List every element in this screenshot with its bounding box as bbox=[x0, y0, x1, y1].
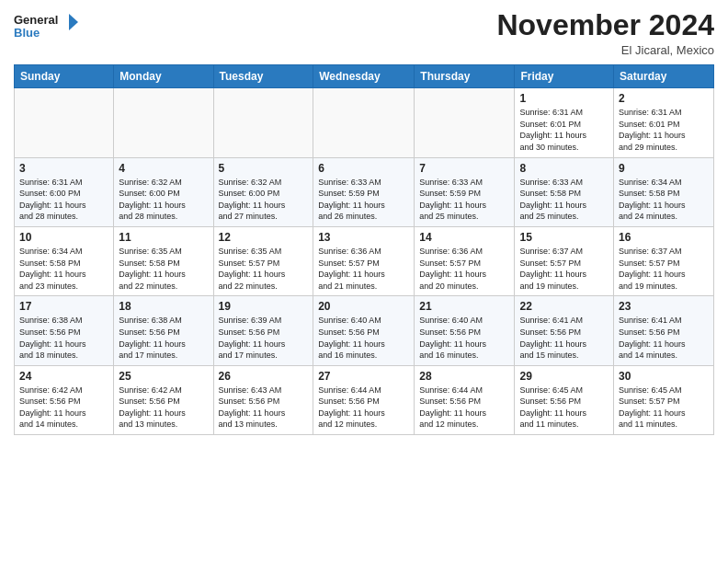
weekday-header-thursday: Thursday bbox=[415, 65, 515, 88]
calendar-cell: 30Sunrise: 6:45 AM Sunset: 5:57 PM Dayli… bbox=[614, 365, 714, 434]
header: General Blue November 2024 El Jicaral, M… bbox=[14, 9, 714, 57]
day-number: 22 bbox=[519, 300, 609, 313]
calendar-cell: 11Sunrise: 6:35 AM Sunset: 5:58 PM Dayli… bbox=[114, 226, 213, 295]
day-number: 18 bbox=[119, 300, 208, 313]
day-number: 2 bbox=[619, 92, 709, 105]
day-number: 4 bbox=[119, 162, 208, 175]
day-number: 21 bbox=[419, 300, 509, 313]
day-content: Sunrise: 6:33 AM Sunset: 5:59 PM Dayligh… bbox=[318, 177, 409, 223]
title-block: November 2024 El Jicaral, Mexico bbox=[496, 9, 714, 57]
day-content: Sunrise: 6:34 AM Sunset: 5:58 PM Dayligh… bbox=[619, 177, 709, 223]
day-content: Sunrise: 6:31 AM Sunset: 6:00 PM Dayligh… bbox=[19, 177, 108, 223]
day-content: Sunrise: 6:41 AM Sunset: 5:56 PM Dayligh… bbox=[519, 315, 609, 361]
day-content: Sunrise: 6:33 AM Sunset: 5:59 PM Dayligh… bbox=[419, 177, 509, 223]
day-number: 7 bbox=[419, 162, 509, 175]
weekday-header-wednesday: Wednesday bbox=[313, 65, 415, 88]
calendar-cell: 28Sunrise: 6:44 AM Sunset: 5:56 PM Dayli… bbox=[415, 365, 515, 434]
day-content: Sunrise: 6:42 AM Sunset: 5:56 PM Dayligh… bbox=[119, 385, 208, 431]
day-number: 10 bbox=[19, 231, 108, 244]
day-number: 15 bbox=[519, 231, 609, 244]
day-number: 17 bbox=[19, 300, 108, 313]
day-number: 26 bbox=[219, 370, 309, 383]
calendar-cell: 20Sunrise: 6:40 AM Sunset: 5:56 PM Dayli… bbox=[313, 296, 415, 365]
calendar-cell: 22Sunrise: 6:41 AM Sunset: 5:56 PM Dayli… bbox=[515, 296, 614, 365]
day-number: 27 bbox=[318, 370, 409, 383]
day-content: Sunrise: 6:41 AM Sunset: 5:56 PM Dayligh… bbox=[619, 315, 709, 361]
day-content: Sunrise: 6:39 AM Sunset: 5:56 PM Dayligh… bbox=[219, 315, 309, 361]
day-number: 13 bbox=[318, 231, 409, 244]
calendar-cell bbox=[415, 88, 515, 157]
day-content: Sunrise: 6:40 AM Sunset: 5:56 PM Dayligh… bbox=[318, 315, 409, 361]
day-number: 9 bbox=[619, 162, 709, 175]
calendar-week-row: 1Sunrise: 6:31 AM Sunset: 6:01 PM Daylig… bbox=[15, 88, 714, 157]
calendar-cell: 13Sunrise: 6:36 AM Sunset: 5:57 PM Dayli… bbox=[313, 226, 415, 295]
calendar-cell: 26Sunrise: 6:43 AM Sunset: 5:56 PM Dayli… bbox=[213, 365, 313, 434]
calendar-cell bbox=[15, 88, 114, 157]
calendar-cell: 10Sunrise: 6:34 AM Sunset: 5:58 PM Dayli… bbox=[15, 226, 114, 295]
day-number: 12 bbox=[219, 231, 309, 244]
month-title: November 2024 bbox=[496, 9, 714, 41]
weekday-header-tuesday: Tuesday bbox=[213, 65, 313, 88]
calendar-cell: 19Sunrise: 6:39 AM Sunset: 5:56 PM Dayli… bbox=[213, 296, 313, 365]
day-number: 28 bbox=[419, 370, 509, 383]
location: El Jicaral, Mexico bbox=[496, 43, 714, 57]
day-content: Sunrise: 6:45 AM Sunset: 5:56 PM Dayligh… bbox=[519, 385, 609, 431]
calendar-cell: 18Sunrise: 6:38 AM Sunset: 5:56 PM Dayli… bbox=[114, 296, 213, 365]
calendar-cell: 9Sunrise: 6:34 AM Sunset: 5:58 PM Daylig… bbox=[614, 157, 714, 226]
day-content: Sunrise: 6:33 AM Sunset: 5:58 PM Dayligh… bbox=[519, 177, 609, 223]
day-content: Sunrise: 6:32 AM Sunset: 6:00 PM Dayligh… bbox=[219, 177, 309, 223]
calendar-cell: 5Sunrise: 6:32 AM Sunset: 6:00 PM Daylig… bbox=[213, 157, 313, 226]
calendar-cell: 27Sunrise: 6:44 AM Sunset: 5:56 PM Dayli… bbox=[313, 365, 415, 434]
day-number: 5 bbox=[219, 162, 309, 175]
day-number: 29 bbox=[519, 370, 609, 383]
day-content: Sunrise: 6:34 AM Sunset: 5:58 PM Dayligh… bbox=[19, 246, 108, 292]
calendar-cell: 6Sunrise: 6:33 AM Sunset: 5:59 PM Daylig… bbox=[313, 157, 415, 226]
calendar-week-row: 3Sunrise: 6:31 AM Sunset: 6:00 PM Daylig… bbox=[15, 157, 714, 226]
calendar-cell: 16Sunrise: 6:37 AM Sunset: 5:57 PM Dayli… bbox=[614, 226, 714, 295]
day-content: Sunrise: 6:45 AM Sunset: 5:57 PM Dayligh… bbox=[619, 385, 709, 431]
day-content: Sunrise: 6:43 AM Sunset: 5:56 PM Dayligh… bbox=[219, 385, 309, 431]
day-number: 6 bbox=[318, 162, 409, 175]
calendar-cell: 4Sunrise: 6:32 AM Sunset: 6:00 PM Daylig… bbox=[114, 157, 213, 226]
day-content: Sunrise: 6:37 AM Sunset: 5:57 PM Dayligh… bbox=[519, 246, 609, 292]
calendar-cell: 14Sunrise: 6:36 AM Sunset: 5:57 PM Dayli… bbox=[415, 226, 515, 295]
calendar-cell bbox=[114, 88, 213, 157]
calendar-cell: 7Sunrise: 6:33 AM Sunset: 5:59 PM Daylig… bbox=[415, 157, 515, 226]
calendar: SundayMondayTuesdayWednesdayThursdayFrid… bbox=[14, 64, 714, 435]
day-content: Sunrise: 6:38 AM Sunset: 5:56 PM Dayligh… bbox=[119, 315, 208, 361]
day-content: Sunrise: 6:44 AM Sunset: 5:56 PM Dayligh… bbox=[419, 385, 509, 431]
calendar-cell: 21Sunrise: 6:40 AM Sunset: 5:56 PM Dayli… bbox=[415, 296, 515, 365]
weekday-header-friday: Friday bbox=[515, 65, 614, 88]
calendar-cell: 12Sunrise: 6:35 AM Sunset: 5:57 PM Dayli… bbox=[213, 226, 313, 295]
day-number: 24 bbox=[19, 370, 108, 383]
svg-text:General: General bbox=[14, 13, 58, 27]
page: General Blue November 2024 El Jicaral, M… bbox=[0, 0, 728, 563]
day-content: Sunrise: 6:37 AM Sunset: 5:57 PM Dayligh… bbox=[619, 246, 709, 292]
day-number: 1 bbox=[519, 92, 609, 105]
calendar-cell: 1Sunrise: 6:31 AM Sunset: 6:01 PM Daylig… bbox=[515, 88, 614, 157]
day-content: Sunrise: 6:40 AM Sunset: 5:56 PM Dayligh… bbox=[419, 315, 509, 361]
day-number: 11 bbox=[119, 231, 208, 244]
calendar-week-row: 24Sunrise: 6:42 AM Sunset: 5:56 PM Dayli… bbox=[15, 365, 714, 434]
day-number: 25 bbox=[119, 370, 208, 383]
calendar-cell: 3Sunrise: 6:31 AM Sunset: 6:00 PM Daylig… bbox=[15, 157, 114, 226]
day-content: Sunrise: 6:35 AM Sunset: 5:57 PM Dayligh… bbox=[219, 246, 309, 292]
calendar-cell: 29Sunrise: 6:45 AM Sunset: 5:56 PM Dayli… bbox=[515, 365, 614, 434]
day-number: 20 bbox=[318, 300, 409, 313]
logo: General Blue bbox=[14, 9, 78, 44]
day-content: Sunrise: 6:32 AM Sunset: 6:00 PM Dayligh… bbox=[119, 177, 208, 223]
day-content: Sunrise: 6:42 AM Sunset: 5:56 PM Dayligh… bbox=[19, 385, 108, 431]
calendar-cell bbox=[313, 88, 415, 157]
weekday-header-monday: Monday bbox=[114, 65, 213, 88]
calendar-week-row: 10Sunrise: 6:34 AM Sunset: 5:58 PM Dayli… bbox=[15, 226, 714, 295]
weekday-header-sunday: Sunday bbox=[15, 65, 114, 88]
day-content: Sunrise: 6:36 AM Sunset: 5:57 PM Dayligh… bbox=[318, 246, 409, 292]
day-number: 8 bbox=[519, 162, 609, 175]
day-content: Sunrise: 6:36 AM Sunset: 5:57 PM Dayligh… bbox=[419, 246, 509, 292]
logo-icon: General Blue bbox=[14, 9, 78, 44]
calendar-cell: 25Sunrise: 6:42 AM Sunset: 5:56 PM Dayli… bbox=[114, 365, 213, 434]
day-content: Sunrise: 6:31 AM Sunset: 6:01 PM Dayligh… bbox=[519, 107, 609, 153]
calendar-cell: 8Sunrise: 6:33 AM Sunset: 5:58 PM Daylig… bbox=[515, 157, 614, 226]
day-number: 30 bbox=[619, 370, 709, 383]
calendar-cell: 2Sunrise: 6:31 AM Sunset: 6:01 PM Daylig… bbox=[614, 88, 714, 157]
